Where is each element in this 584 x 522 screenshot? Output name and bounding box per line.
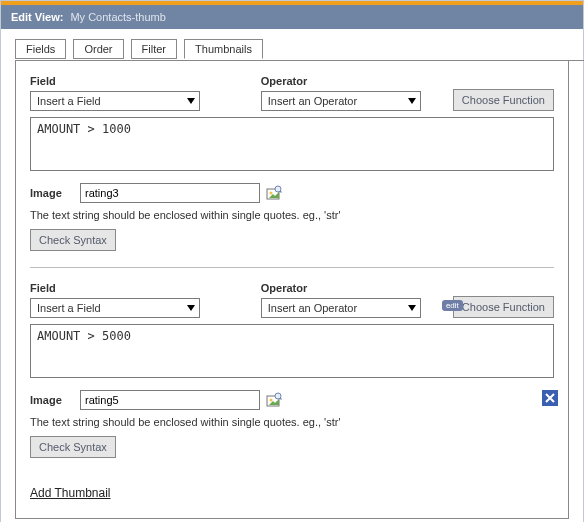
tab-thumbnails[interactable]: Thumbnails (184, 39, 263, 59)
chevron-down-icon (187, 305, 195, 311)
view-header: Edit View: My Contacts-thumb (1, 5, 583, 29)
chevron-down-icon (408, 98, 416, 104)
remove-block-button[interactable] (542, 390, 558, 406)
thumbnail-rule-block: Field Insert a Field Operator Insert an … (30, 75, 554, 268)
add-thumbnail-link[interactable]: Add Thumbnail (30, 486, 111, 500)
image-input[interactable] (80, 183, 260, 203)
choose-function-button[interactable]: Choose Function (453, 89, 554, 111)
image-label: Image (30, 187, 80, 199)
operator-dropdown[interactable]: Insert an Operator (261, 298, 421, 318)
operator-label: Operator (261, 282, 445, 294)
field-dropdown-value: Insert a Field (37, 302, 101, 314)
tab-order[interactable]: Order (73, 39, 123, 59)
header-title-label: Edit View: (11, 11, 63, 23)
check-syntax-button[interactable]: Check Syntax (30, 436, 116, 458)
check-syntax-button[interactable]: Check Syntax (30, 229, 116, 251)
tab-content: Field Insert a Field Operator Insert an … (15, 61, 569, 519)
operator-dropdown[interactable]: Insert an Operator (261, 91, 421, 111)
operator-dropdown-value: Insert an Operator (268, 302, 357, 314)
chevron-down-icon (187, 98, 195, 104)
syntax-hint: The text string should be enclosed withi… (30, 209, 554, 221)
expression-textarea[interactable] (30, 117, 554, 171)
thumbnail-rule-block: Field Insert a Field Operator Insert an … (30, 282, 554, 474)
image-picker-icon[interactable] (266, 392, 282, 408)
field-label: Field (30, 282, 251, 294)
tab-filter[interactable]: Filter (131, 39, 177, 59)
header-subtitle: My Contacts-thumb (70, 11, 165, 23)
field-dropdown-value: Insert a Field (37, 95, 101, 107)
field-dropdown[interactable]: Insert a Field (30, 91, 200, 111)
expression-textarea[interactable] (30, 324, 554, 378)
operator-dropdown-value: Insert an Operator (268, 95, 357, 107)
edit-badge[interactable]: edit (442, 300, 463, 311)
field-dropdown[interactable]: Insert a Field (30, 298, 200, 318)
svg-point-4 (270, 399, 273, 402)
syntax-hint: The text string should be enclosed withi… (30, 416, 554, 428)
choose-function-button[interactable]: Choose Function (453, 296, 554, 318)
close-icon (545, 393, 555, 403)
chevron-down-icon (408, 305, 416, 311)
image-label: Image (30, 394, 80, 406)
svg-point-1 (270, 192, 273, 195)
tab-fields[interactable]: Fields (15, 39, 66, 59)
operator-label: Operator (261, 75, 445, 87)
image-picker-icon[interactable] (266, 185, 282, 201)
tab-bar: Fields Order Filter Thumbnails (15, 39, 583, 61)
image-input[interactable] (80, 390, 260, 410)
field-label: Field (30, 75, 251, 87)
